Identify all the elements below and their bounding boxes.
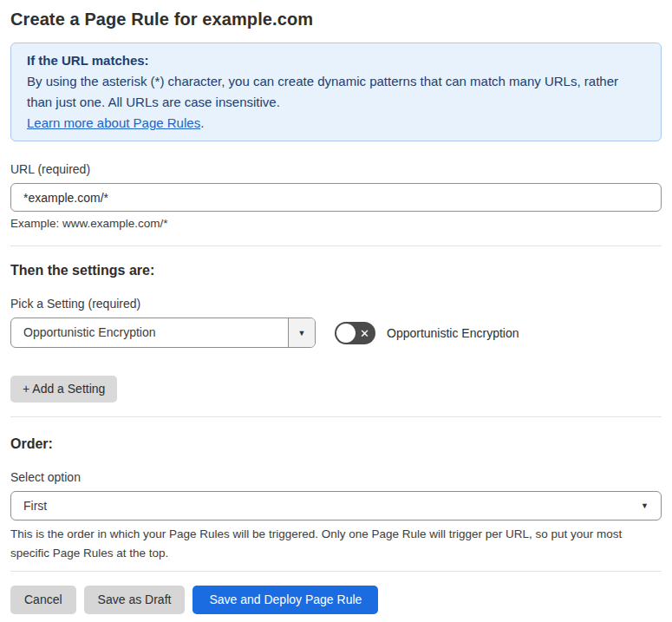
url-input[interactable] <box>10 183 662 212</box>
url-example-text: Example: www.example.com/* <box>10 216 662 231</box>
page-title: Create a Page Rule for example.com <box>10 10 662 29</box>
toggle-knob <box>336 324 356 343</box>
order-select-value: First <box>11 499 641 513</box>
settings-section-heading: Then the settings are: <box>10 262 662 278</box>
url-match-info-box: If the URL matches: By using the asteris… <box>10 43 662 141</box>
toggle-label: Opportunistic Encryption <box>387 326 519 340</box>
footer-buttons: Cancel Save as Draft Save and Deploy Pag… <box>10 586 662 614</box>
url-field-label: URL (required) <box>10 162 662 177</box>
save-and-deploy-button[interactable]: Save and Deploy Page Rule <box>192 586 378 614</box>
opportunistic-encryption-toggle[interactable]: ✕ <box>335 322 375 344</box>
order-section-heading: Order: <box>10 435 662 452</box>
order-help-text: This is the order in which your Page Rul… <box>10 525 662 563</box>
order-select[interactable]: First ▼ <box>10 491 662 521</box>
cancel-button[interactable]: Cancel <box>10 586 76 614</box>
chevron-down-icon: ▼ <box>298 329 306 337</box>
setting-select-value: Opportunistic Encryption <box>11 318 288 347</box>
setting-row: Opportunistic Encryption ▼ ✕ Opportunist… <box>10 318 662 348</box>
setting-select[interactable]: Opportunistic Encryption ▼ <box>10 318 316 348</box>
page-rule-form: Create a Page Rule for example.com If th… <box>0 0 672 622</box>
chevron-down-icon: ▼ <box>641 501 661 510</box>
divider <box>10 571 662 572</box>
link-period: . <box>200 115 204 130</box>
info-box-body: By using the asterisk (*) character, you… <box>27 71 645 113</box>
learn-more-link[interactable]: Learn more about Page Rules <box>27 115 200 130</box>
divider <box>10 416 662 417</box>
save-as-draft-button[interactable]: Save as Draft <box>84 586 186 614</box>
toggle-off-x-icon: ✕ <box>360 327 369 338</box>
setting-select-arrow-button[interactable]: ▼ <box>288 318 315 347</box>
add-setting-button[interactable]: + Add a Setting <box>10 376 117 403</box>
order-select-label: Select option <box>10 470 662 485</box>
pick-setting-label: Pick a Setting (required) <box>10 297 662 311</box>
info-box-heading: If the URL matches: <box>27 50 645 71</box>
info-box-link-line: Learn more about Page Rules. <box>27 113 645 134</box>
divider <box>10 246 662 246</box>
